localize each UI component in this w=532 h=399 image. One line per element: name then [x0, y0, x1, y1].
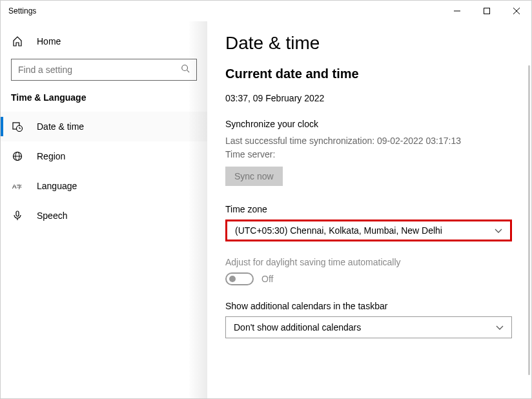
- sidebar: Home Time & Language Date & time Region …: [1, 21, 207, 398]
- home-icon: [12, 36, 25, 46]
- timezone-dropdown[interactable]: (UTC+05:30) Chennai, Kolkata, Mumbai, Ne…: [225, 220, 512, 241]
- section-title: Time & Language: [1, 92, 207, 112]
- sync-info: Last successful time synchronization: 09…: [225, 134, 513, 161]
- sync-last: Last successful time synchronization: 09…: [225, 134, 513, 148]
- svg-line-5: [187, 70, 190, 73]
- current-datetime-heading: Current date and time: [225, 66, 513, 81]
- svg-rect-15: [16, 211, 19, 216]
- main-content: Date & time Current date and time 03:37,…: [207, 21, 531, 398]
- minimize-button[interactable]: [442, 1, 472, 21]
- sync-now-button[interactable]: Sync now: [225, 167, 283, 186]
- language-icon: A字: [12, 181, 25, 191]
- globe-icon: [12, 151, 25, 161]
- dst-toggle: [225, 272, 254, 285]
- sync-heading: Synchronize your clock: [225, 119, 513, 129]
- calendar-clock-icon: [12, 121, 25, 132]
- timezone-value: (UTC+05:30) Chennai, Kolkata, Mumbai, Ne…: [235, 225, 442, 236]
- sidebar-item-date-time[interactable]: Date & time: [1, 112, 207, 141]
- window-title: Settings: [8, 6, 36, 15]
- calendars-label: Show additional calendars in the taskbar: [225, 301, 513, 311]
- sidebar-item-label: Region: [37, 151, 65, 161]
- home-label: Home: [37, 36, 61, 46]
- sync-server: Time server:: [225, 148, 513, 161]
- svg-text:A: A: [12, 183, 17, 190]
- search-input[interactable]: [18, 65, 181, 75]
- maximize-button[interactable]: [472, 1, 502, 21]
- dst-label: Adjust for daylight saving time automati…: [225, 257, 513, 267]
- timezone-label: Time zone: [225, 204, 513, 214]
- search-input-container[interactable]: [11, 59, 197, 81]
- scrollbar[interactable]: [528, 65, 530, 375]
- dst-state: Off: [261, 274, 273, 284]
- svg-point-4: [182, 65, 188, 71]
- sidebar-item-label: Language: [37, 181, 77, 191]
- sidebar-item-label: Date & time: [37, 121, 84, 132]
- microphone-icon: [12, 210, 25, 221]
- titlebar: Settings: [1, 1, 531, 21]
- calendars-value: Don't show additional calendars: [234, 322, 361, 332]
- home-nav[interactable]: Home: [1, 28, 207, 55]
- sidebar-item-language[interactable]: A字 Language: [1, 171, 207, 201]
- chevron-down-icon: [495, 227, 502, 234]
- search-icon: [181, 64, 190, 76]
- chevron-down-icon: [496, 323, 504, 331]
- svg-rect-1: [484, 8, 490, 14]
- close-button[interactable]: [502, 1, 531, 21]
- sidebar-item-region[interactable]: Region: [1, 141, 207, 171]
- page-title: Date & time: [225, 33, 513, 54]
- svg-text:字: 字: [17, 184, 22, 190]
- current-datetime-value: 03:37, 09 February 2022: [225, 93, 513, 103]
- sidebar-item-label: Speech: [37, 210, 67, 221]
- calendars-dropdown[interactable]: Don't show additional calendars: [225, 316, 512, 338]
- sidebar-item-speech[interactable]: Speech: [1, 201, 207, 230]
